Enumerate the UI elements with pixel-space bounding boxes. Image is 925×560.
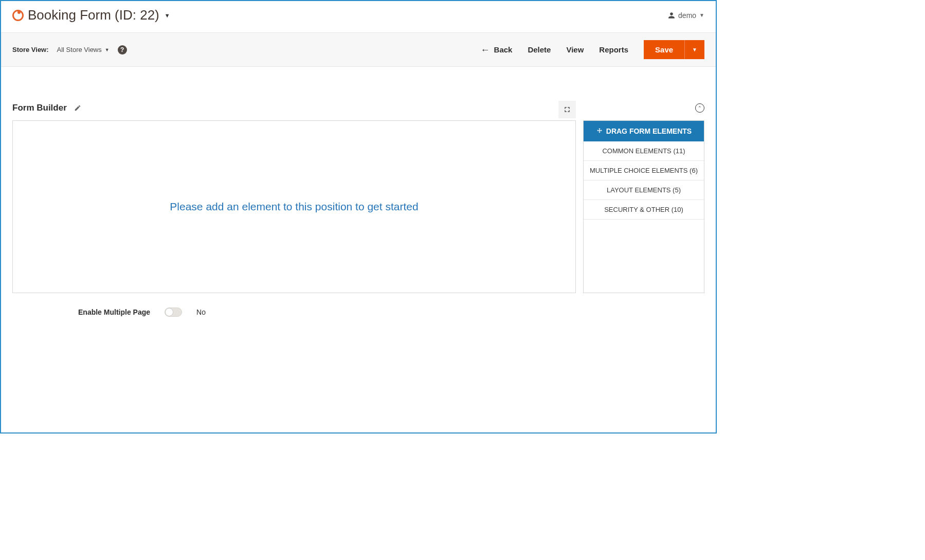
palette-header-label: DRAG FORM ELEMENTS bbox=[606, 127, 692, 135]
palette-header: DRAG FORM ELEMENTS bbox=[584, 121, 704, 141]
enable-multiple-page-toggle[interactable] bbox=[165, 308, 182, 317]
collapse-icon[interactable]: ⌃ bbox=[695, 103, 704, 113]
back-label: Back bbox=[494, 45, 513, 54]
caret-down-icon: ▼ bbox=[692, 47, 697, 52]
user-menu[interactable]: demo ▼ bbox=[668, 11, 704, 20]
save-button[interactable]: Save bbox=[644, 40, 684, 59]
user-icon bbox=[668, 12, 675, 19]
palette-group-layout[interactable]: LAYOUT ELEMENTS (5) bbox=[584, 180, 704, 200]
save-label: Save bbox=[655, 45, 673, 54]
form-canvas[interactable]: Please add an element to this position t… bbox=[12, 120, 576, 293]
enable-multiple-page-value: No bbox=[196, 308, 206, 316]
toggle-knob bbox=[165, 308, 173, 316]
save-dropdown-toggle[interactable]: ▼ bbox=[684, 40, 704, 59]
pencil-icon[interactable] bbox=[74, 104, 81, 112]
expand-button[interactable] bbox=[558, 101, 576, 118]
palette-group-common[interactable]: COMMON ELEMENTS (11) bbox=[584, 141, 704, 161]
user-caret-icon: ▼ bbox=[699, 12, 704, 18]
user-name: demo bbox=[678, 11, 696, 20]
help-icon[interactable]: ? bbox=[118, 45, 127, 55]
drag-icon bbox=[596, 128, 603, 135]
title-dropdown-caret[interactable]: ▼ bbox=[165, 12, 170, 19]
page-title: Booking Form (ID: 22) ▼ bbox=[28, 7, 170, 23]
page-title-wrap: Booking Form (ID: 22) ▼ bbox=[12, 7, 170, 23]
store-view-value: All Store Views bbox=[57, 46, 102, 53]
elements-palette: DRAG FORM ELEMENTS COMMON ELEMENTS (11) … bbox=[583, 120, 704, 293]
chevron-down-icon: ▼ bbox=[105, 47, 110, 52]
canvas-placeholder: Please add an element to this position t… bbox=[170, 201, 418, 213]
section-title: Form Builder bbox=[12, 103, 67, 113]
store-view-select[interactable]: All Store Views ▼ bbox=[57, 46, 110, 53]
view-label: View bbox=[566, 45, 584, 54]
enable-multiple-page-label: Enable Multiple Page bbox=[78, 308, 150, 316]
back-button[interactable]: ← Back bbox=[481, 45, 513, 55]
palette-group-security[interactable]: SECURITY & OTHER (10) bbox=[584, 200, 704, 220]
delete-button[interactable]: Delete bbox=[528, 45, 551, 54]
store-view-label: Store View: bbox=[12, 46, 49, 53]
expand-icon bbox=[564, 106, 571, 113]
page-title-text: Booking Form (ID: 22) bbox=[28, 7, 159, 23]
arrow-left-icon: ← bbox=[481, 45, 490, 55]
logo-icon bbox=[12, 10, 24, 21]
reports-label: Reports bbox=[599, 45, 628, 54]
view-button[interactable]: View bbox=[566, 45, 584, 54]
chevron-up-icon: ⌃ bbox=[698, 106, 702, 111]
delete-label: Delete bbox=[528, 45, 551, 54]
reports-button[interactable]: Reports bbox=[599, 45, 628, 54]
palette-group-multiple-choice[interactable]: MULTIPLE CHOICE ELEMENTS (6) bbox=[584, 161, 704, 180]
